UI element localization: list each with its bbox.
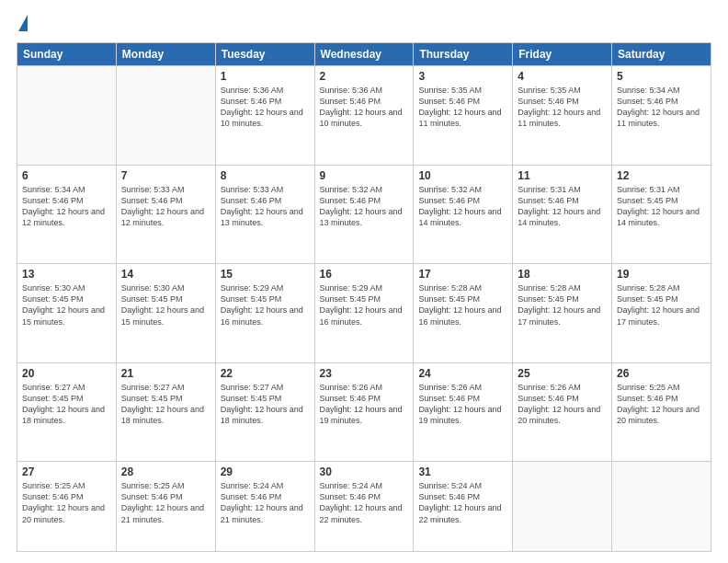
calendar-cell: 9Sunrise: 5:32 AM Sunset: 5:46 PM Daylig… xyxy=(314,165,414,264)
calendar-cell: 28Sunrise: 5:25 AM Sunset: 5:46 PM Dayli… xyxy=(116,462,215,552)
day-number: 30 xyxy=(320,465,409,478)
day-info: Sunrise: 5:31 AM Sunset: 5:45 PM Dayligh… xyxy=(617,184,706,229)
col-header-wednesday: Wednesday xyxy=(314,43,414,66)
day-info: Sunrise: 5:28 AM Sunset: 5:45 PM Dayligh… xyxy=(418,282,507,327)
col-header-tuesday: Tuesday xyxy=(215,43,314,66)
calendar-cell: 1Sunrise: 5:36 AM Sunset: 5:46 PM Daylig… xyxy=(215,66,314,166)
day-info: Sunrise: 5:25 AM Sunset: 5:46 PM Dayligh… xyxy=(617,382,706,427)
calendar-week-row: 6Sunrise: 5:34 AM Sunset: 5:46 PM Daylig… xyxy=(17,165,711,264)
calendar-week-row: 20Sunrise: 5:27 AM Sunset: 5:45 PM Dayli… xyxy=(17,362,711,462)
day-number: 23 xyxy=(320,367,409,380)
day-info: Sunrise: 5:32 AM Sunset: 5:46 PM Dayligh… xyxy=(418,184,507,229)
day-info: Sunrise: 5:24 AM Sunset: 5:46 PM Dayligh… xyxy=(418,480,507,525)
calendar-cell: 4Sunrise: 5:35 AM Sunset: 5:46 PM Daylig… xyxy=(513,66,612,166)
logo xyxy=(17,15,28,33)
day-info: Sunrise: 5:27 AM Sunset: 5:45 PM Dayligh… xyxy=(22,382,111,427)
col-header-friday: Friday xyxy=(513,43,612,66)
calendar-cell: 18Sunrise: 5:28 AM Sunset: 5:45 PM Dayli… xyxy=(513,264,612,363)
day-info: Sunrise: 5:29 AM Sunset: 5:45 PM Dayligh… xyxy=(320,282,409,327)
calendar-cell: 15Sunrise: 5:29 AM Sunset: 5:45 PM Dayli… xyxy=(215,264,314,363)
calendar-cell: 12Sunrise: 5:31 AM Sunset: 5:45 PM Dayli… xyxy=(612,165,711,264)
day-number: 2 xyxy=(320,70,409,83)
calendar-cell: 30Sunrise: 5:24 AM Sunset: 5:46 PM Dayli… xyxy=(314,462,414,552)
day-number: 18 xyxy=(518,268,607,281)
day-number: 16 xyxy=(320,268,409,281)
day-number: 29 xyxy=(221,465,310,478)
day-number: 25 xyxy=(518,367,607,380)
day-info: Sunrise: 5:34 AM Sunset: 5:46 PM Dayligh… xyxy=(617,85,706,130)
day-info: Sunrise: 5:35 AM Sunset: 5:46 PM Dayligh… xyxy=(418,85,507,130)
day-number: 28 xyxy=(121,465,210,478)
day-info: Sunrise: 5:24 AM Sunset: 5:46 PM Dayligh… xyxy=(221,480,310,525)
day-number: 7 xyxy=(121,169,210,182)
calendar-cell: 7Sunrise: 5:33 AM Sunset: 5:46 PM Daylig… xyxy=(116,165,215,264)
day-number: 22 xyxy=(221,367,310,380)
day-number: 10 xyxy=(418,169,507,182)
calendar-cell: 27Sunrise: 5:25 AM Sunset: 5:46 PM Dayli… xyxy=(17,462,117,552)
logo-triangle-icon xyxy=(18,15,28,31)
header xyxy=(17,15,711,33)
day-info: Sunrise: 5:26 AM Sunset: 5:46 PM Dayligh… xyxy=(518,382,607,427)
day-number: 13 xyxy=(22,268,111,281)
calendar-cell: 10Sunrise: 5:32 AM Sunset: 5:46 PM Dayli… xyxy=(414,165,513,264)
day-info: Sunrise: 5:25 AM Sunset: 5:46 PM Dayligh… xyxy=(121,480,210,525)
calendar-cell: 2Sunrise: 5:36 AM Sunset: 5:46 PM Daylig… xyxy=(314,66,414,166)
day-number: 5 xyxy=(617,70,706,83)
day-info: Sunrise: 5:25 AM Sunset: 5:46 PM Dayligh… xyxy=(22,480,111,525)
calendar-week-row: 13Sunrise: 5:30 AM Sunset: 5:45 PM Dayli… xyxy=(17,264,711,363)
calendar-table: SundayMondayTuesdayWednesdayThursdayFrid… xyxy=(17,42,711,552)
day-number: 20 xyxy=(22,367,111,380)
calendar-cell xyxy=(17,66,117,166)
calendar-cell: 17Sunrise: 5:28 AM Sunset: 5:45 PM Dayli… xyxy=(414,264,513,363)
calendar-cell: 6Sunrise: 5:34 AM Sunset: 5:46 PM Daylig… xyxy=(17,165,117,264)
day-info: Sunrise: 5:24 AM Sunset: 5:46 PM Dayligh… xyxy=(320,480,409,525)
calendar-cell: 8Sunrise: 5:33 AM Sunset: 5:46 PM Daylig… xyxy=(215,165,314,264)
day-info: Sunrise: 5:26 AM Sunset: 5:46 PM Dayligh… xyxy=(418,382,507,427)
day-number: 26 xyxy=(617,367,706,380)
col-header-sunday: Sunday xyxy=(17,43,117,66)
logo-text xyxy=(17,15,28,33)
day-number: 8 xyxy=(221,169,310,182)
calendar-cell: 26Sunrise: 5:25 AM Sunset: 5:46 PM Dayli… xyxy=(612,362,711,462)
day-info: Sunrise: 5:28 AM Sunset: 5:45 PM Dayligh… xyxy=(518,282,607,327)
day-info: Sunrise: 5:27 AM Sunset: 5:45 PM Dayligh… xyxy=(121,382,210,427)
calendar-cell: 5Sunrise: 5:34 AM Sunset: 5:46 PM Daylig… xyxy=(612,66,711,166)
page: SundayMondayTuesdayWednesdayThursdayFrid… xyxy=(0,0,728,563)
day-number: 3 xyxy=(418,70,507,83)
calendar-cell: 16Sunrise: 5:29 AM Sunset: 5:45 PM Dayli… xyxy=(314,264,414,363)
calendar-cell xyxy=(513,462,612,552)
calendar-cell: 14Sunrise: 5:30 AM Sunset: 5:45 PM Dayli… xyxy=(116,264,215,363)
calendar-cell xyxy=(612,462,711,552)
calendar-cell: 3Sunrise: 5:35 AM Sunset: 5:46 PM Daylig… xyxy=(414,66,513,166)
calendar-cell: 22Sunrise: 5:27 AM Sunset: 5:45 PM Dayli… xyxy=(215,362,314,462)
calendar-cell: 23Sunrise: 5:26 AM Sunset: 5:46 PM Dayli… xyxy=(314,362,414,462)
day-info: Sunrise: 5:30 AM Sunset: 5:45 PM Dayligh… xyxy=(22,282,111,327)
day-number: 12 xyxy=(617,169,706,182)
day-info: Sunrise: 5:32 AM Sunset: 5:46 PM Dayligh… xyxy=(320,184,409,229)
day-info: Sunrise: 5:27 AM Sunset: 5:45 PM Dayligh… xyxy=(221,382,310,427)
calendar-cell: 21Sunrise: 5:27 AM Sunset: 5:45 PM Dayli… xyxy=(116,362,215,462)
day-info: Sunrise: 5:30 AM Sunset: 5:45 PM Dayligh… xyxy=(121,282,210,327)
calendar-week-row: 27Sunrise: 5:25 AM Sunset: 5:46 PM Dayli… xyxy=(17,462,711,552)
day-number: 17 xyxy=(418,268,507,281)
calendar-week-row: 1Sunrise: 5:36 AM Sunset: 5:46 PM Daylig… xyxy=(17,66,711,166)
calendar-cell: 11Sunrise: 5:31 AM Sunset: 5:46 PM Dayli… xyxy=(513,165,612,264)
calendar-cell xyxy=(116,66,215,166)
day-number: 15 xyxy=(221,268,310,281)
calendar-cell: 29Sunrise: 5:24 AM Sunset: 5:46 PM Dayli… xyxy=(215,462,314,552)
day-info: Sunrise: 5:36 AM Sunset: 5:46 PM Dayligh… xyxy=(320,85,409,130)
day-number: 27 xyxy=(22,465,111,478)
calendar-cell: 20Sunrise: 5:27 AM Sunset: 5:45 PM Dayli… xyxy=(17,362,117,462)
day-info: Sunrise: 5:33 AM Sunset: 5:46 PM Dayligh… xyxy=(221,184,310,229)
day-info: Sunrise: 5:29 AM Sunset: 5:45 PM Dayligh… xyxy=(221,282,310,327)
day-number: 14 xyxy=(121,268,210,281)
day-number: 21 xyxy=(121,367,210,380)
day-number: 31 xyxy=(418,465,507,478)
day-info: Sunrise: 5:26 AM Sunset: 5:46 PM Dayligh… xyxy=(320,382,409,427)
calendar-cell: 24Sunrise: 5:26 AM Sunset: 5:46 PM Dayli… xyxy=(414,362,513,462)
col-header-monday: Monday xyxy=(116,43,215,66)
calendar-cell: 25Sunrise: 5:26 AM Sunset: 5:46 PM Dayli… xyxy=(513,362,612,462)
calendar-header-row: SundayMondayTuesdayWednesdayThursdayFrid… xyxy=(17,43,711,66)
col-header-thursday: Thursday xyxy=(414,43,513,66)
day-info: Sunrise: 5:36 AM Sunset: 5:46 PM Dayligh… xyxy=(221,85,310,130)
